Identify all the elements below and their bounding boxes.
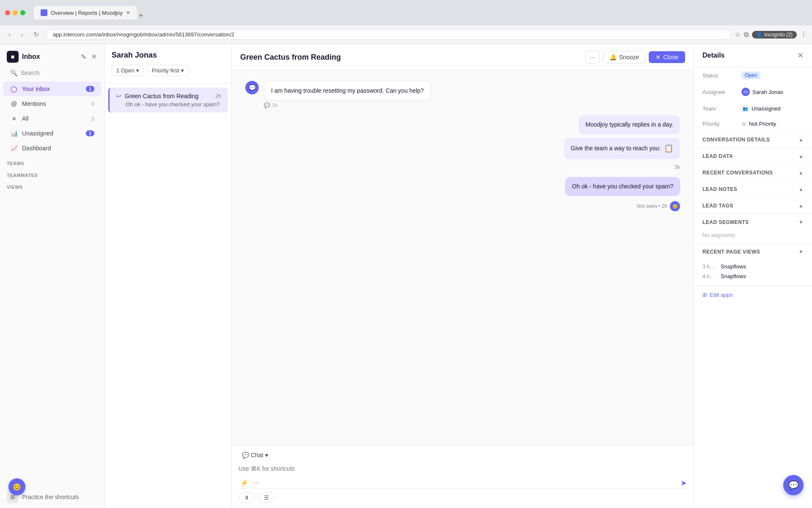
search-item[interactable]: 🔍 Search (3, 66, 101, 80)
compose-area: 💬 Chat ▾ ⚡ ··· ➤ ⏸ ☰ (232, 444, 694, 508)
close-window-btn[interactable] (5, 10, 10, 15)
customer-message-time: 💬 3h (264, 102, 431, 108)
customer-bubble: I am having trouble resetting my passwor… (264, 81, 431, 108)
details-close-btn[interactable]: ✕ (797, 51, 804, 60)
extension-btn[interactable]: ⧉ (744, 31, 749, 39)
close-conv-btn[interactable]: ✕ Close (649, 51, 685, 63)
address-bar[interactable]: app.intercom.com/a/inbox/nnsgmgob/inbox/… (46, 29, 732, 40)
details-status-section: Status Open Assignee SJ Sarah Jonas Team… (694, 67, 812, 132)
agent-avatar: 😊 (670, 201, 680, 211)
tab-title: Overview | Reports | Moodjoy (51, 10, 123, 16)
browser-chrome: Overview | Reports | Moodjoy ✕ + (0, 0, 812, 25)
chat-mode-btn[interactable]: 💬 Chat ▾ (239, 450, 272, 460)
chat-widget-btn[interactable]: 💬 (783, 475, 804, 495)
user-avatar-bubble[interactable]: 😊 (8, 478, 25, 495)
back-btn[interactable]: ‹ (5, 29, 14, 40)
conversation-list: Sarah Jonas 1 Open ▾ Priority first ▾ ↩ … (105, 44, 232, 508)
browser-menu-btn[interactable]: ⋮ (800, 30, 807, 39)
lead-tags-title: LEAD TAGS (702, 203, 798, 209)
more-options-btn[interactable]: ··· (585, 51, 600, 64)
sidebar-nav: ◯ Your inbox 1 @ Mentions 0 ≡ All 3 📊 Un… (0, 80, 104, 486)
chat-widget-icon: 💬 (788, 480, 799, 490)
reload-btn[interactable]: ↻ (30, 29, 42, 40)
send-btn[interactable]: ➤ (680, 478, 687, 488)
chat-mode-chevron: ▾ (265, 452, 268, 458)
conv-item-header: ↩ Green Cactus from Reading 2h (116, 93, 221, 99)
forward-btn[interactable]: › (17, 29, 26, 40)
recent-conversations-section: RECENT CONVERSATIONS ▲ (694, 165, 812, 181)
conv-list-title: Sarah Jonas (112, 51, 225, 60)
recent-page-views-header[interactable]: RECENT PAGE VIEWS ▼ (694, 244, 812, 260)
sidebar-item-all[interactable]: ≡ All 3 (3, 111, 101, 126)
compose-btn[interactable]: ✎ (79, 51, 88, 63)
sidebar-item-your-inbox[interactable]: ◯ Your inbox 1 (3, 82, 101, 96)
sidebar-item-label: Mentions (22, 100, 87, 107)
lead-data-section: LEAD DATA ▲ (694, 148, 812, 165)
collapse-btn[interactable]: ≡ (91, 51, 98, 63)
new-tab-btn[interactable]: + (139, 12, 143, 19)
pause-btn[interactable]: ⏸ (239, 492, 255, 503)
recent-conversations-header[interactable]: RECENT CONVERSATIONS ▲ (694, 165, 812, 181)
recent-conversations-title: RECENT CONVERSATIONS (702, 170, 798, 176)
auto-reply-bubble-2: Give the team a way to reach you: 📋 (564, 138, 680, 159)
sidebar-item-unassigned[interactable]: 📊 Unassigned 1 (3, 126, 101, 141)
conv-item-preview: Oh ok - have you checked your spam? (116, 101, 221, 108)
views-section-title: VIEWS (0, 179, 104, 191)
priority-star-icon: ☆ (741, 121, 746, 127)
lead-notes-header[interactable]: LEAD NOTES ▲ (694, 181, 812, 197)
unassigned-badge: 1 (86, 130, 94, 136)
app-container: ■ Inbox ✎ ≡ 🔍 Search ◯ Your inbox 1 @ Me… (0, 44, 812, 508)
bookmark-btn[interactable]: ☆ (735, 30, 741, 39)
sidebar-item-dashboard[interactable]: 📈 Dashboard (3, 141, 101, 155)
message-customer: 💬 I am having trouble resetting my passw… (245, 81, 680, 108)
conversation-main: Green Cactus from Reading ··· 🔔 Snooze ✕… (232, 44, 694, 508)
sidebar-item-label: Your inbox (22, 86, 82, 92)
active-tab[interactable]: Overview | Reports | Moodjoy ✕ (34, 6, 137, 19)
minimize-window-btn[interactable] (13, 10, 18, 15)
lead-data-header[interactable]: LEAD DATA ▲ (694, 148, 812, 164)
search-label: Search (21, 69, 39, 76)
lightning-btn[interactable]: ⚡ (239, 477, 250, 489)
priority-filter-label: Priority first (152, 67, 179, 74)
page-view-name: Snapflows (721, 263, 746, 270)
sidebar-item-mentions[interactable]: @ Mentions 0 (3, 97, 101, 111)
team-value: 👥 Unassigned (741, 105, 781, 112)
priority-filter-btn[interactable]: Priority first ▾ (147, 65, 189, 76)
details-title: Details (702, 52, 797, 59)
team-row: Team 👥 Unassigned (694, 100, 812, 116)
priority-label: Priority (702, 121, 736, 127)
conversation-details-section: CONVERSATION DETAILS ▲ (694, 132, 812, 148)
agent-message-meta: Not seen • 2h 😊 (637, 201, 680, 211)
tab-close-btn[interactable]: ✕ (126, 10, 130, 16)
team-icon: 👥 (741, 105, 749, 112)
auto-reply-meta: 3h (675, 164, 680, 170)
edit-apps-btn[interactable]: ⊞ Edit apps (694, 287, 812, 303)
maximize-window-btn[interactable] (20, 10, 25, 15)
lead-tags-header[interactable]: LEAD TAGS ▲ (694, 198, 812, 214)
conv-filters: 1 Open ▾ Priority first ▾ (112, 65, 225, 76)
agent-message-bubble: Oh ok - have you checked your spam? (565, 177, 680, 196)
chat-mode-icon: 💬 (242, 452, 249, 458)
lead-segments-header[interactable]: LEAD SEGMENTS ▼ (694, 214, 812, 230)
chevron-up-icon: ▲ (798, 186, 804, 192)
snooze-btn[interactable]: 🔔 Snooze (603, 51, 645, 64)
lead-segments-title: LEAD SEGMENTS (702, 219, 798, 225)
unassigned-icon: 📊 (10, 130, 18, 137)
customer-message-text: I am having trouble resetting my passwor… (271, 86, 424, 95)
compose-toolbar: ⚡ ··· ➤ (239, 477, 687, 489)
list-btn[interactable]: ☰ (258, 492, 274, 503)
app-title: Inbox (22, 53, 76, 61)
page-view-time: 4 h... (702, 273, 717, 279)
sidebar-actions: ✎ ≡ (79, 51, 98, 63)
status-row: Status Open (694, 67, 812, 83)
team-label: Team (702, 105, 736, 112)
snooze-icon: 🔔 (609, 54, 617, 61)
sidebar-item-label: All (22, 115, 87, 122)
conversation-details-header[interactable]: CONVERSATION DETAILS ▲ (694, 132, 812, 148)
open-filter-btn[interactable]: 1 Open ▾ (112, 65, 144, 76)
compose-action-btns: ⏸ ☰ (239, 489, 687, 503)
compose-more-btn[interactable]: ··· (254, 479, 259, 487)
compose-input[interactable] (239, 464, 687, 474)
conv-item[interactable]: ↩ Green Cactus from Reading 2h Oh ok - h… (108, 88, 228, 113)
app-logo: ■ (7, 51, 19, 63)
